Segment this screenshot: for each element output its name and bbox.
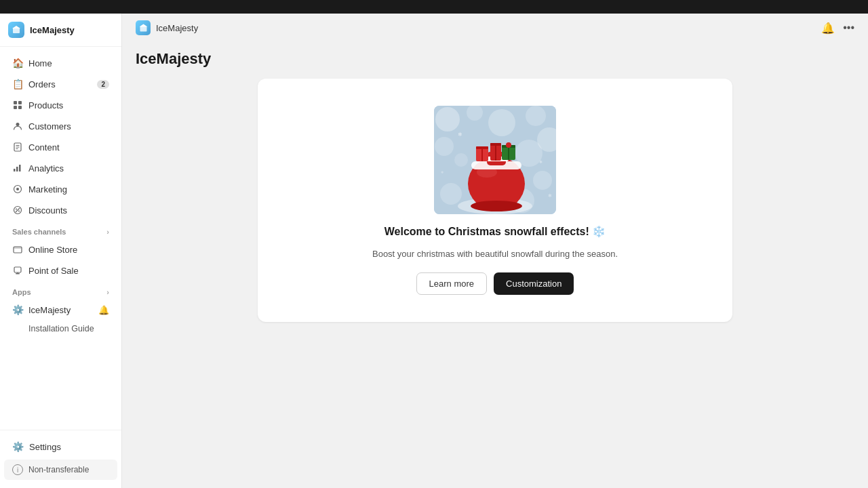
card-container: ❄ ❄ ❄ ❄ Welcome to Christmas snowfall ef… [122, 79, 868, 322]
svg-rect-3 [18, 101, 22, 104]
sidebar-item-customers-label: Customers [28, 121, 71, 131]
content-icon [12, 142, 23, 152]
sidebar-item-settings[interactable]: ⚙️ Settings [4, 436, 117, 457]
gear-icon: ⚙️ [12, 304, 23, 315]
svg-rect-22 [14, 267, 21, 272]
svg-point-42 [471, 201, 522, 211]
chevron-right-icon: › [106, 228, 109, 236]
orders-badge: 2 [97, 80, 109, 89]
app-layout: IceMajesty 🏠 Home 📋 Orders 2 [0, 14, 868, 488]
sales-channels-section[interactable]: Sales channels › [0, 221, 121, 239]
main-content: IceMajesty 🔔 ••• IceMajesty [122, 14, 868, 488]
marketing-icon [12, 184, 23, 195]
top-bar [0, 0, 868, 14]
apps-section[interactable]: Apps › [0, 281, 121, 299]
svg-text:❄: ❄ [441, 170, 443, 174]
sidebar-item-home-label: Home [28, 58, 52, 68]
welcome-card: ❄ ❄ ❄ ❄ Welcome to Christmas snowfall ef… [258, 79, 732, 322]
discounts-icon [12, 205, 23, 216]
home-icon: 🏠 [12, 58, 23, 68]
welcome-title: Welcome to Christmas snowfall effects! ❄… [384, 225, 606, 238]
customers-icon [12, 121, 23, 131]
online-store-icon [12, 244, 23, 255]
products-icon [12, 100, 23, 110]
svg-point-15 [16, 188, 19, 190]
sidebar-item-marketing[interactable]: Marketing [4, 179, 117, 199]
svg-point-31 [526, 106, 546, 126]
sidebar-store-name: IceMajesty [30, 25, 75, 35]
header-actions: 🔔 ••• [821, 22, 854, 35]
sidebar-item-installation-guide[interactable]: Installation Guide [4, 321, 117, 337]
sidebar-item-online-store-label: Online Store [28, 245, 77, 255]
main-header: IceMajesty 🔔 ••• [122, 14, 868, 42]
svg-text:❄: ❄ [539, 160, 542, 164]
svg-rect-11 [14, 169, 16, 171]
customization-button[interactable]: Customization [494, 272, 574, 295]
settings-label: Settings [29, 442, 61, 452]
christmas-image: ❄ ❄ ❄ ❄ [434, 106, 556, 214]
sidebar-store-header[interactable]: IceMajesty [0, 14, 121, 47]
settings-gear-icon: ⚙️ [12, 441, 24, 452]
sidebar-item-icemajesty-label: IceMajesty [28, 305, 71, 315]
svg-point-34 [454, 153, 468, 167]
svg-rect-25 [140, 26, 146, 32]
svg-rect-52 [495, 143, 496, 161]
svg-rect-12 [16, 167, 18, 171]
header-bell-icon[interactable]: 🔔 [821, 22, 835, 35]
non-transferable-badge[interactable]: i Non-transferable [4, 460, 117, 480]
sidebar-item-online-store[interactable]: Online Store [4, 239, 117, 260]
sidebar-item-point-of-sale-label: Point of Sale [28, 266, 79, 276]
point-of-sale-icon [12, 265, 23, 276]
sidebar-item-home[interactable]: 🏠 Home [4, 53, 117, 73]
sidebar-footer: ⚙️ Settings i Non-transferable [0, 430, 121, 488]
page-title-bar: IceMajesty [122, 42, 868, 79]
learn-more-button[interactable]: Learn more [416, 272, 487, 295]
svg-text:❄: ❄ [458, 131, 462, 138]
sidebar-item-content-label: Content [28, 142, 60, 152]
svg-point-6 [16, 123, 20, 126]
svg-rect-0 [13, 28, 20, 33]
sidebar-item-orders[interactable]: 📋 Orders 2 [4, 74, 117, 94]
welcome-subtitle: Boost your christmas with beautiful snow… [372, 249, 618, 259]
header-more-icon[interactable]: ••• [843, 22, 854, 34]
svg-point-37 [440, 183, 462, 205]
header-store-name: IceMajesty [156, 23, 198, 33]
svg-point-28 [435, 107, 460, 131]
sidebar-item-content[interactable]: Content [4, 137, 117, 157]
svg-point-30 [488, 109, 515, 136]
svg-point-19 [18, 211, 20, 212]
sidebar-item-point-of-sale[interactable]: Point of Sale [4, 260, 117, 281]
svg-rect-4 [14, 106, 17, 109]
installation-guide-label: Installation Guide [28, 324, 94, 333]
sidebar-item-analytics[interactable]: Analytics [4, 158, 117, 178]
sidebar-item-products[interactable]: Products [4, 95, 117, 115]
sidebar-item-discounts[interactable]: Discounts [4, 200, 117, 220]
svg-rect-49 [481, 146, 483, 161]
non-transferable-label: Non-transferable [28, 465, 89, 474]
page-title: IceMajesty [136, 50, 854, 68]
svg-point-33 [435, 137, 454, 156]
svg-rect-13 [19, 165, 21, 171]
store-icon [8, 22, 24, 38]
svg-marker-26 [139, 24, 147, 26]
apps-chevron-icon: › [106, 288, 109, 296]
sales-channels-label: Sales channels [12, 228, 66, 236]
svg-point-56 [506, 142, 511, 148]
svg-text:❄: ❄ [548, 193, 552, 198]
svg-point-36 [533, 171, 552, 190]
apps-label: Apps [12, 288, 31, 296]
sidebar-nav: 🏠 Home 📋 Orders 2 Products [0, 47, 121, 430]
bell-icon[interactable]: 🔔 [98, 305, 109, 315]
sidebar-item-orders-label: Orders [28, 79, 56, 89]
sidebar-item-icemajesty-app[interactable]: ⚙️ IceMajesty 🔔 [4, 300, 117, 320]
svg-rect-23 [16, 273, 20, 274]
sidebar-item-customers[interactable]: Customers [4, 116, 117, 136]
svg-rect-5 [18, 106, 22, 109]
sidebar-item-discounts-label: Discounts [28, 205, 67, 216]
sidebar: IceMajesty 🏠 Home 📋 Orders 2 [0, 14, 122, 488]
header-store-icon [136, 20, 151, 35]
sidebar-item-products-label: Products [28, 100, 63, 110]
svg-rect-21 [14, 247, 22, 249]
svg-marker-1 [12, 26, 20, 28]
header-left: IceMajesty [136, 20, 198, 35]
